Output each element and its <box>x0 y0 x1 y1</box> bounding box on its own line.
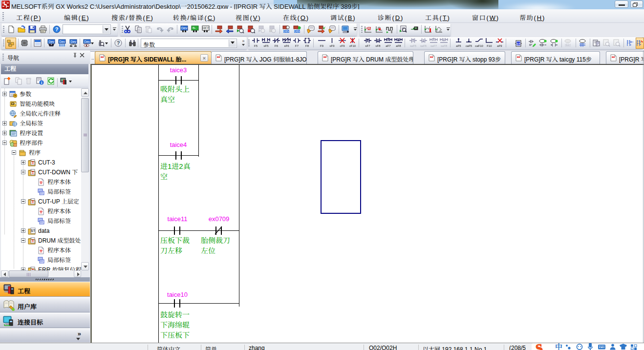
svg-text:Dev: Dev <box>283 29 289 33</box>
svg-text:ST: ST <box>516 42 520 45</box>
svg-text:Dev: Dev <box>59 40 65 43</box>
svg-text:HKY: HKY <box>202 26 209 30</box>
svg-text:Dev: Dev <box>48 40 54 43</box>
svg-text:Dev: Dev <box>84 40 90 43</box>
svg-text:Dev: Dev <box>181 26 188 30</box>
svg-text:中: 中 <box>555 343 562 350</box>
svg-text:Dev: Dev <box>70 40 76 43</box>
svg-text:Dev: Dev <box>294 29 300 33</box>
svg-text:?: ? <box>117 40 120 46</box>
svg-text:?: ? <box>55 26 59 32</box>
svg-text:ST: ST <box>31 229 36 232</box>
